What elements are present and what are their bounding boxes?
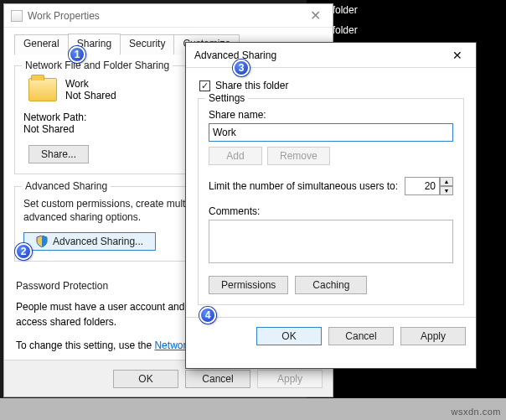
comments-label: Comments:: [209, 205, 453, 217]
bg-row: File folder: [307, 20, 506, 40]
window-title: Work Properties: [28, 10, 305, 22]
folder-name: Work: [65, 78, 116, 90]
window-title: Advanced Sharing: [194, 49, 442, 61]
share-name-input[interactable]: [209, 123, 453, 142]
permissions-button[interactable]: Permissions: [209, 276, 288, 294]
titlebar[interactable]: Advanced Sharing ✕: [186, 43, 476, 68]
folder-icon: [28, 78, 57, 101]
group-title: Settings: [205, 92, 248, 104]
dialog-buttons: OK Cancel Apply: [186, 317, 476, 354]
ok-button[interactable]: OK: [113, 370, 178, 388]
spin-down-icon[interactable]: ▼: [440, 186, 453, 195]
cancel-button[interactable]: Cancel: [328, 327, 394, 345]
bg-row: File folder: [307, 0, 506, 20]
bg-strip: [0, 398, 506, 420]
limit-label: Limit the number of simultaneous users t…: [209, 180, 398, 192]
share-name-label: Share name:: [209, 109, 453, 121]
share-button[interactable]: Share...: [28, 145, 89, 163]
share-this-folder-checkbox[interactable]: ✓: [199, 80, 210, 91]
callout-1: 1: [69, 46, 85, 63]
group-title: Password Protection: [16, 280, 108, 292]
group-title: Network File and Folder Sharing: [22, 60, 173, 71]
folder-status: Not Shared: [65, 90, 116, 101]
apply-button[interactable]: Apply: [257, 370, 323, 388]
callout-3: 3: [233, 60, 250, 76]
add-button[interactable]: Add: [209, 147, 262, 165]
caching-button[interactable]: Caching: [295, 276, 367, 294]
advanced-sharing-button[interactable]: Advanced Sharing...: [23, 232, 156, 251]
titlebar[interactable]: Work Properties ✕: [4, 4, 333, 28]
group-title: Advanced Sharing: [22, 180, 111, 192]
spin-up-icon[interactable]: ▲: [440, 177, 453, 186]
advanced-sharing-button-label: Advanced Sharing...: [53, 236, 143, 247]
remove-button[interactable]: Remove: [267, 147, 330, 165]
settings-group: Settings Share name: Add Remove Limit th…: [198, 98, 464, 305]
limit-input[interactable]: [405, 177, 440, 195]
watermark: wsxdn.com: [451, 407, 501, 417]
cancel-button[interactable]: Cancel: [185, 370, 250, 388]
ok-button[interactable]: OK: [256, 327, 322, 345]
close-icon[interactable]: ✕: [305, 8, 326, 23]
close-icon[interactable]: ✕: [442, 49, 472, 62]
tab-security[interactable]: Security: [120, 34, 174, 54]
tab-general[interactable]: General: [14, 34, 69, 54]
callout-4: 4: [199, 307, 216, 324]
advanced-sharing-dialog: Advanced Sharing ✕ ✓ Share this folder S…: [185, 42, 477, 369]
folder-icon: [11, 10, 23, 22]
share-this-folder-label: Share this folder: [215, 80, 288, 91]
callout-2: 2: [15, 243, 32, 260]
comments-input[interactable]: [209, 220, 453, 263]
passprot-text2: To change this setting, use the: [16, 340, 154, 351]
apply-button[interactable]: Apply: [400, 327, 466, 345]
shield-icon: [36, 236, 48, 247]
